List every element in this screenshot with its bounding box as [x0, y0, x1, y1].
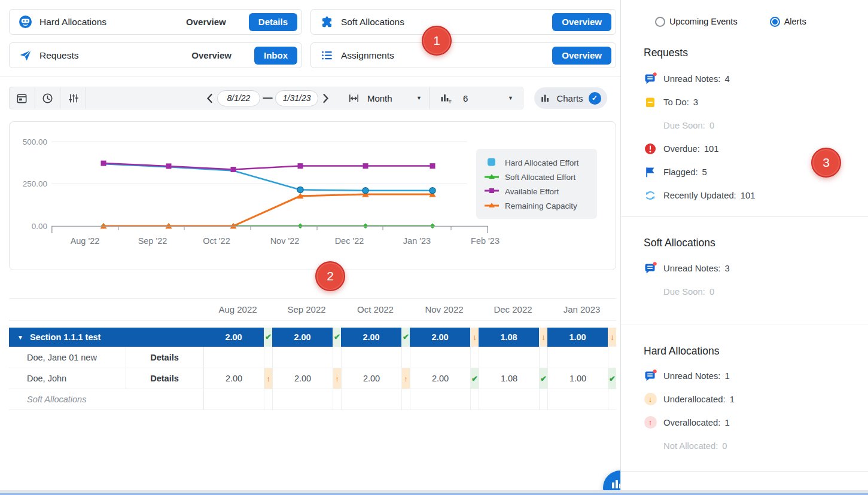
alert-count: 4 — [724, 74, 729, 84]
prev-period-chevron[interactable] — [202, 87, 217, 109]
svg-text:Dec '22: Dec '22 — [335, 236, 364, 246]
sidebar-alert-list: Unread Notes:1↓Underallocated:1↑Overallo… — [621, 364, 868, 457]
next-period-chevron[interactable] — [318, 87, 333, 109]
allocation-value-cell — [341, 389, 401, 410]
card-title: Requests — [39, 50, 78, 61]
period-count-value: 6 — [463, 93, 468, 103]
check-circle-icon: ✓ — [589, 92, 601, 105]
requests-inbox-button[interactable]: Inbox — [254, 47, 297, 65]
calendar-icon[interactable] — [10, 87, 35, 109]
soft-allocations-overview-button[interactable]: Overview — [552, 13, 611, 31]
allocation-value-cell — [272, 389, 333, 410]
alert-label: To Do: — [663, 97, 689, 107]
status-empty-cell — [539, 347, 547, 368]
allocation-value-cell — [341, 347, 401, 368]
svg-text:Aug '22: Aug '22 — [71, 236, 100, 246]
legend-item[interactable]: Hard Allocated Effort — [485, 155, 597, 170]
allocation-value-cell: 2.00 — [341, 368, 401, 389]
allocation-table-header: Aug 2022Sep 2022Oct 2022Nov 2022Dec 2022… — [9, 298, 616, 320]
allocation-value-cell — [272, 347, 333, 368]
alert-count: 101 — [741, 191, 756, 200]
window-bottom-edge — [0, 490, 868, 495]
refresh-icon — [644, 189, 657, 202]
radio-alerts[interactable]: Alerts — [770, 17, 806, 27]
sidebar-divider — [621, 471, 868, 472]
svg-text:Nov '22: Nov '22 — [270, 236, 300, 246]
alert-item[interactable]: Unread Notes:4 — [621, 67, 868, 90]
allocation-table: ▼Section 1.1.1 test2.00✔2.00✔2.00✔2.00↓1… — [9, 328, 616, 410]
timeline-toolbar: — Month ▼ # 6 ▼ — [9, 87, 523, 109]
alert-label: Not Allocated: — [663, 441, 718, 451]
annotation-badge-2: 2 — [315, 261, 345, 291]
radio-upcoming-events[interactable]: Upcoming Events — [655, 17, 738, 27]
hard-allocations-details-button[interactable]: Details — [249, 13, 297, 31]
alert-item[interactable]: Recently Updated:101 — [621, 184, 868, 207]
unread-notes-icon — [644, 72, 657, 85]
flag-icon — [644, 166, 657, 179]
legend-label: Soft Allocated Effort — [505, 173, 575, 182]
details-link[interactable]: Details — [126, 368, 203, 389]
interval-dropdown[interactable]: Month ▼ — [340, 87, 429, 109]
status-check-icon: ✔ — [608, 368, 616, 389]
sidebar-divider — [621, 325, 868, 325]
sidebar-alert-list: Unread Notes:4To Do:3Due Soon:0Overdue:1… — [621, 67, 868, 207]
section-row-header[interactable]: ▼Section 1.1.1 test — [9, 328, 203, 347]
chart-legend: Hard Allocated EffortSoft Allocated Effo… — [476, 149, 597, 219]
section-value-cell: 1.08 — [479, 328, 539, 347]
assignments-overview-button[interactable]: Overview — [552, 47, 611, 65]
section-value-cell: 2.00 — [272, 328, 333, 347]
alert-count: 0 — [709, 121, 714, 130]
alert-item[interactable]: Unread Notes:3 — [621, 256, 868, 280]
end-date-input[interactable] — [275, 90, 318, 106]
requests-overview-link[interactable]: Overview — [191, 50, 232, 60]
legend-label: Available Effort — [505, 187, 559, 196]
legend-item[interactable]: Available Effort — [485, 184, 597, 198]
alert-label: Flagged: — [663, 167, 698, 177]
legend-swatch-icon — [485, 201, 499, 211]
status-up-icon: ↑ — [264, 368, 272, 389]
status-down-icon: ↓ — [608, 328, 616, 347]
alert-item[interactable]: ↑Overallocated:1 — [621, 411, 868, 434]
alert-count: 101 — [704, 144, 719, 154]
legend-item[interactable]: Remaining Capacity — [485, 198, 597, 213]
status-check-icon: ✔ — [470, 368, 479, 389]
status-empty-cell — [539, 389, 547, 410]
start-date-input[interactable] — [217, 90, 260, 106]
legend-swatch-icon — [485, 187, 499, 197]
chevron-down-icon: ▼ — [416, 95, 422, 101]
status-empty-cell — [401, 347, 410, 368]
allocation-value-cell: 1.08 — [479, 368, 539, 389]
details-link[interactable]: Details — [126, 347, 203, 368]
underallocated-icon: ↓ — [644, 393, 657, 406]
alert-count: 1 — [724, 418, 729, 427]
period-count-dropdown[interactable]: # 6 ▼ — [430, 87, 523, 109]
status-empty-cell — [264, 347, 272, 368]
filters-icon[interactable] — [60, 87, 86, 109]
annotation-badge-1: 1 — [422, 26, 452, 56]
assignments-card: Assignments Overview — [310, 42, 616, 68]
allocation-value-cell — [410, 347, 470, 368]
clock-icon[interactable] — [35, 87, 60, 109]
alert-item[interactable]: To Do:3 — [621, 90, 868, 114]
resource-name: Doe, John — [9, 368, 126, 389]
alert-item[interactable]: ↓Underallocated:1 — [621, 387, 868, 411]
alert-item: Not Allocated:0 — [621, 434, 868, 457]
section-value-cell: 2.00 — [341, 328, 401, 347]
legend-item[interactable]: Soft Allocated Effort — [485, 170, 597, 184]
soft-allocations-card: Soft Allocations Overview — [310, 9, 616, 35]
puzzle-icon — [319, 15, 334, 29]
status-up-icon: ↑ — [333, 368, 341, 389]
overdue-icon — [644, 142, 657, 155]
alert-item[interactable]: Unread Notes:1 — [621, 364, 868, 387]
hard-allocations-overview-link[interactable]: Overview — [186, 17, 226, 27]
charts-toggle[interactable]: Charts ✓ — [534, 87, 607, 109]
legend-swatch-icon — [485, 172, 499, 182]
alert-label: Overallocated: — [663, 418, 720, 427]
status-empty-cell — [608, 347, 616, 368]
alert-count: 5 — [702, 167, 707, 177]
table-corner-cell — [9, 299, 203, 320]
chevron-down-icon: ▼ — [508, 95, 513, 101]
allocation-value-cell: 2.00 — [272, 368, 333, 389]
card-title: Assignments — [341, 50, 394, 61]
collapse-caret-icon[interactable]: ▼ — [17, 334, 23, 341]
